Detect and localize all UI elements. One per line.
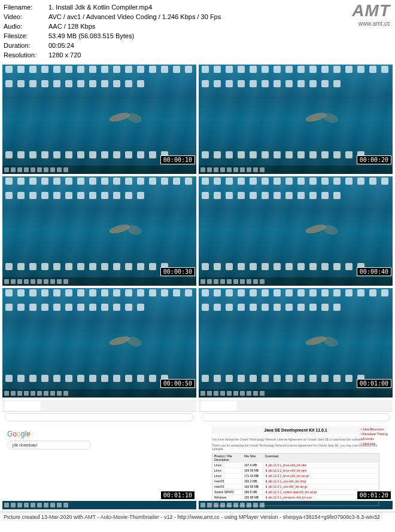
desktop-icon: [320, 80, 330, 93]
desktop-icon: [28, 66, 38, 79]
timestamp: 00:00:30: [160, 267, 195, 276]
desktop-icon: [111, 192, 122, 205]
desktop-icon: [123, 178, 134, 191]
desktop-icon: [111, 80, 122, 93]
desktop-icon: [75, 80, 86, 93]
desktop-icon: [40, 80, 50, 93]
desktop-icon: [284, 192, 294, 205]
desktop-icon: [51, 80, 62, 93]
oracle-sidebar-links: • Java Resources• Developer Training• Tu…: [361, 427, 388, 447]
desktop-icon: [248, 192, 259, 205]
desktop-icon: [308, 66, 318, 79]
thumbnail: 00:01:00: [199, 288, 393, 398]
desktop-icon: [99, 66, 110, 79]
desktop-icon: [159, 289, 170, 302]
desktop-icon: [123, 80, 134, 93]
desktop-icon: [212, 178, 223, 191]
desktop-icons: [199, 176, 393, 206]
desktop-icon: [248, 289, 259, 302]
desktop-icon: [356, 289, 366, 302]
table-row: Solaris SPARC186.8 MB⬇ jdk-11.0.1_solari…: [212, 490, 379, 495]
taskbar: [199, 166, 393, 174]
desktop-icon: [183, 178, 194, 191]
desktop-icon: [379, 66, 390, 79]
desktop-icon: [320, 178, 330, 191]
resolution-label: Resolution:: [4, 50, 48, 60]
timestamp: 00:00:40: [357, 267, 391, 276]
oracle-download-table: Product / File DescriptionFile SizeDownl…: [212, 453, 379, 506]
desktop-icon: [308, 289, 318, 302]
desktop-icon: [308, 80, 318, 93]
desktop-icon: [248, 66, 259, 79]
desktop-icon: [183, 66, 194, 79]
desktop-icon: [111, 66, 122, 79]
desktop-icon: [63, 304, 74, 317]
desktop-icon: [28, 304, 38, 317]
desktop-icon: [99, 289, 110, 302]
desktop-icon: [147, 289, 158, 302]
desktop-icon: [111, 178, 122, 191]
desktop-icon: [296, 178, 306, 191]
duration-value: 00:05:24: [48, 41, 391, 50]
desktop-icon: [40, 178, 50, 191]
desktop-icon: [123, 289, 134, 302]
desktop-icon: [272, 289, 282, 302]
desktop-icon: [75, 66, 86, 79]
metadata-header: Filename: Video: Audio: Filesize: Durati…: [0, 0, 395, 62]
desktop-icon: [332, 192, 342, 205]
desktop-icon: [308, 304, 318, 317]
desktop-icon: [123, 304, 134, 317]
desktop-icon: [4, 289, 14, 302]
desktop-icon: [224, 304, 235, 317]
desktop-icon: [123, 192, 134, 205]
desktop-icon: [356, 178, 366, 191]
taskbar: [199, 389, 393, 398]
desktop-icon: [320, 304, 330, 317]
desktop-icon: [212, 66, 223, 79]
thumbnail-grid: 00:00:1000:00:2000:00:3000:00:4000:00:50…: [0, 62, 395, 512]
desktop-icon: [4, 80, 14, 93]
desktop-icon: [320, 66, 330, 79]
desktop-icon: [284, 304, 294, 317]
desktop-icon: [332, 289, 342, 302]
desktop-icon: [171, 66, 182, 79]
desktop-icon: [111, 304, 122, 317]
desktop-icon: [51, 304, 62, 317]
desktop-icon: [87, 289, 98, 302]
desktop-icon: [99, 192, 110, 205]
url-bar: [5, 413, 194, 421]
thumbnail-browser-google: Googlejdk download00:01:10: [2, 400, 196, 509]
desktop-icon: [16, 80, 26, 93]
desktop-icon: [99, 80, 110, 93]
desktop-icon: [28, 178, 38, 191]
wallpaper-swimmer: [109, 114, 145, 129]
desktop-icon: [344, 289, 354, 302]
timestamp: 00:00:50: [160, 379, 195, 388]
desktop-icon: [171, 289, 182, 302]
desktop-icon: [28, 192, 38, 205]
desktop-icon: [87, 178, 98, 191]
desktop-icon: [75, 192, 86, 205]
desktop-icon: [332, 66, 342, 79]
desktop-icon: [16, 192, 26, 205]
desktop-icons: [199, 65, 393, 94]
amt-logo: AMT www.amt.cc: [352, 1, 390, 27]
table-row: macOS166.55 MB⬇ jdk-11.0.1_osx-x64_bin.t…: [212, 484, 379, 490]
desktop-icon: [272, 178, 282, 191]
desktop-icon: [63, 178, 74, 191]
desktop-icon: [4, 192, 14, 205]
desktop-icon: [123, 66, 134, 79]
wallpaper-swimmer: [109, 225, 145, 240]
desktop-icon: [236, 304, 247, 317]
browser-tab: [5, 401, 41, 411]
desktop-icon: [248, 80, 259, 93]
desktop-icon: [284, 178, 294, 191]
desktop-icon: [212, 192, 223, 205]
desktop-icon: [284, 289, 294, 302]
desktop-icon: [63, 289, 74, 302]
table-row: macOS166.2 MB⬇ jdk-11.0.1_osx-x64_bin.dm…: [212, 479, 379, 484]
desktop-icon: [367, 178, 378, 191]
timestamp: 00:01:00: [357, 379, 391, 388]
desktop-icon: [63, 192, 74, 205]
desktop-icon: [200, 289, 211, 302]
